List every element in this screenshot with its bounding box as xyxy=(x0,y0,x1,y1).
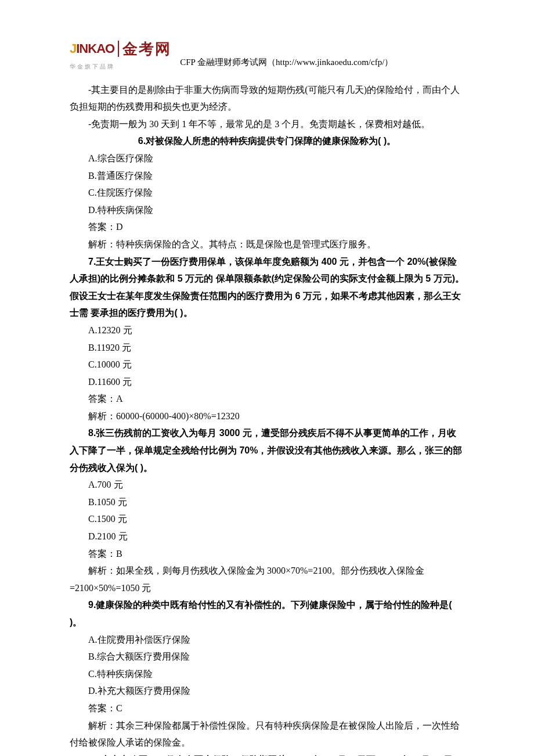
q9-explanation: 解析：其余三种保险都属于补偿性保险。只有特种疾病保险是在被保险人出险后，一次性给… xyxy=(70,717,464,751)
q9-option-d: D.补充大额医疗费用保险 xyxy=(70,682,464,700)
q8-option-a: A.700 元 xyxy=(70,476,464,494)
q6-stem: 6.对被保险人所患的特种疾病提供专门保障的健康保险称为( )。 xyxy=(70,132,464,150)
document-body: -其主要目的是剔除由于非重大伤病而导致的短期伤残(可能只有几天)的保险给付，而由… xyxy=(70,81,464,756)
page-header: JINKAO 金考网 华金旗下品牌 CFP 金融理财师考试网（http://ww… xyxy=(70,35,464,73)
q9-option-a: A.住院费用补偿医疗保险 xyxy=(70,631,464,649)
q6-option-a: A.综合医疗保险 xyxy=(70,150,464,167)
logo-english: JINKAO xyxy=(70,37,114,61)
q6-option-b: B.普通医疗保险 xyxy=(70,167,464,185)
q8-option-d: D.2100 元 xyxy=(70,528,464,545)
intro-paragraph-1: -其主要目的是剔除由于非重大伤病而导致的短期伤残(可能只有几天)的保险给付，而由… xyxy=(70,81,464,116)
logo-separator xyxy=(118,41,119,57)
logo-chinese: 金考网 xyxy=(122,35,171,63)
q6-explanation: 解析：特种疾病保险的含义。其特点：既是保险也是管理式医疗服务。 xyxy=(70,236,464,253)
q8-explanation: 解析：如果全残，则每月伤残收入保险金为 3000×70%=2100。部分伤残收入… xyxy=(70,562,464,596)
q7-option-a: A.12320 元 xyxy=(70,322,464,339)
q10-stem: 10.李太太购买了一份个人医疗保险，保险期限从 2007 年 10 月 1 日至… xyxy=(70,751,464,756)
q6-option-d: D.特种疾病保险 xyxy=(70,201,464,219)
logo-subtitle: 华金旗下品牌 xyxy=(70,62,115,73)
q8-answer: 答案：B xyxy=(70,545,464,563)
q7-explanation: 解析：60000-(60000-400)×80%=12320 xyxy=(70,408,464,425)
q8-stem: 8.张三伤残前的工资收入为每月 3000 元，遭受部分残疾后不得不从事更简单的工… xyxy=(70,424,464,476)
intro-paragraph-2: -免责期一般为 30 天到 1 年不等，最常见的是 3 个月。免责期越长，保费相… xyxy=(70,116,464,133)
q7-answer: 答案：A xyxy=(70,390,464,408)
q9-stem: 9.健康保险的种类中既有给付性的又有补偿性的。下列健康保险中，属于给付性的险种是… xyxy=(70,596,464,631)
q6-answer: 答案：D xyxy=(70,218,464,236)
q9-option-b: B.综合大额医疗费用保险 xyxy=(70,648,464,665)
logo-main: JINKAO 金考网 xyxy=(70,35,171,63)
header-site-text: CFP 金融理财师考试网（http://www.jinkaoedu.com/cf… xyxy=(180,55,393,73)
q6-option-c: C.住院医疗保险 xyxy=(70,184,464,201)
q7-option-c: C.10000 元 xyxy=(70,356,464,373)
q7-option-d: D.11600 元 xyxy=(70,373,464,391)
logo: JINKAO 金考网 华金旗下品牌 xyxy=(70,35,171,73)
q9-option-c: C.特种疾病保险 xyxy=(70,665,464,683)
q7-option-b: B.11920 元 xyxy=(70,339,464,357)
q9-answer: 答案：C xyxy=(70,700,464,717)
q8-option-b: B.1050 元 xyxy=(70,494,464,511)
q8-option-c: C.1500 元 xyxy=(70,510,464,528)
q7-stem: 7.王女士购买了一份医疗费用保单，该保单年度免赔额为 400 元，并包含一个 2… xyxy=(70,253,464,322)
